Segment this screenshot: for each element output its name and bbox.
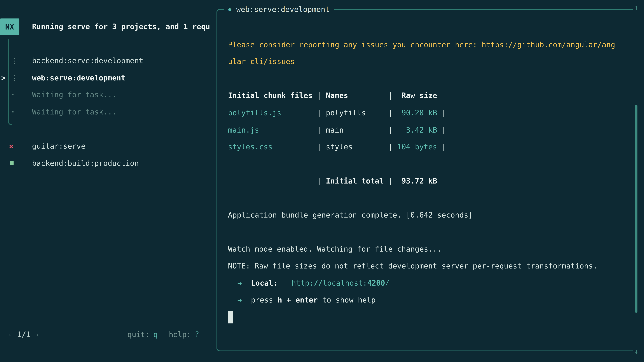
chunk-file: styles.css	[228, 142, 317, 152]
header-size: Raw size	[392, 90, 437, 101]
pagination: ←1/1→	[9, 329, 39, 340]
url-port: 4200	[367, 279, 385, 287]
table-separator: |	[388, 176, 393, 185]
help-hint-label: help:	[169, 330, 191, 339]
chunk-table-row: main.js|main|3.42 kB |	[228, 125, 446, 135]
chunk-size: 3.42 kB	[392, 125, 437, 135]
total-size: 93.72 kB	[392, 176, 437, 186]
keyboard-hints: quit:qhelp:?	[127, 329, 199, 340]
task-item-guitar-serve[interactable]: guitar:serve	[32, 141, 85, 151]
issue-notice-line-1: Please consider reporting any issues you…	[228, 39, 615, 50]
local-label: Local:	[251, 279, 278, 287]
scroll-down-arrow-icon[interactable]: ↓	[634, 346, 639, 357]
chunk-file: main.js	[228, 125, 317, 135]
chunk-table-row: styles.css|styles|104 bytes |	[228, 142, 446, 152]
chunk-size: 104 bytes	[392, 142, 437, 152]
table-separator: |	[317, 108, 322, 117]
bundle-complete-line: Application bundle generation complete. …	[228, 210, 473, 220]
table-separator: |	[317, 176, 322, 185]
panel-title-text: web:serve:development	[236, 5, 330, 13]
task-item-waiting-1[interactable]: Waiting for task...	[32, 89, 116, 100]
table-separator: |	[317, 91, 322, 100]
note-line: NOTE: Raw file sizes do not reflect deve…	[228, 261, 598, 271]
panel-title: ●web:serve:development	[224, 4, 334, 15]
page-indicator: 1/1	[17, 330, 30, 339]
chunk-name: main	[322, 125, 388, 135]
table-separator: |	[317, 125, 322, 134]
table-separator: |	[388, 91, 393, 100]
task-item-backend-build[interactable]: backend:build:production	[32, 158, 139, 169]
table-separator: |	[388, 108, 393, 117]
success-icon	[10, 161, 14, 165]
task-item-backend-serve[interactable]: backend:serve:development	[32, 55, 144, 66]
chunk-table-row: polyfills.js|polyfills|90.20 kB |	[228, 108, 446, 118]
local-url-link[interactable]: http://localhost:4200/	[292, 279, 390, 287]
chunk-size: 90.20 kB	[392, 108, 437, 118]
quit-key: q	[153, 330, 158, 339]
spinner-icon: ⋮	[11, 55, 18, 66]
press-text: press	[251, 296, 273, 304]
page-next-button[interactable]: →	[34, 330, 39, 339]
selection-caret-icon: >	[1, 72, 6, 83]
arrow-icon: →	[238, 279, 242, 287]
chunk-name: styles	[322, 142, 388, 152]
help-hint-line: →pressh + enterto show help	[238, 295, 376, 305]
help-keys: h + enter	[278, 296, 318, 304]
nx-logo: NX	[0, 18, 19, 35]
waiting-dot-icon: ·	[11, 89, 15, 100]
table-separator: |	[388, 125, 393, 134]
terminal-cursor	[228, 311, 233, 323]
help-key: ?	[195, 330, 199, 339]
total-label: Initial total	[322, 176, 388, 186]
header-names: Names	[322, 90, 388, 101]
table-separator: |	[437, 125, 446, 134]
task-output-panel: ●web:serve:development Please consider r…	[216, 9, 633, 351]
watch-mode-line: Watch mode enabled. Watching for file ch…	[228, 244, 442, 255]
scroll-up-arrow-icon[interactable]: ↑	[634, 2, 639, 13]
running-status-icon: ●	[228, 6, 232, 12]
chunk-file: polyfills.js	[228, 108, 317, 118]
waiting-dot-icon: ·	[11, 107, 15, 117]
table-separator: |	[317, 142, 322, 151]
help-suffix: to show help	[322, 296, 376, 304]
header-files: Initial chunk files	[228, 90, 317, 101]
task-item-web-serve[interactable]: web:serve:development	[32, 72, 126, 83]
error-icon: ×	[9, 141, 13, 151]
url-slash: /	[385, 279, 390, 287]
scrollbar-thumb[interactable]	[635, 105, 638, 313]
url-host: http://localhost:	[292, 279, 367, 287]
chunk-table-total-row: |Initial total|93.72 kB	[228, 176, 437, 186]
table-separator: |	[388, 142, 393, 151]
quit-hint-label: quit:	[127, 330, 150, 339]
issue-notice-line-2: ular-cli/issues	[228, 56, 295, 67]
chunk-name: polyfills	[322, 108, 388, 118]
sidebar-header: Running serve for 3 projects, and 1 requ	[32, 21, 210, 32]
spinner-icon: ⋮	[11, 72, 18, 83]
task-item-waiting-2[interactable]: Waiting for task...	[32, 107, 116, 117]
chunk-table-header: Initial chunk files|Names|Raw size	[228, 90, 437, 101]
table-separator: |	[437, 108, 446, 117]
local-url-line: →Local:http://localhost:4200/	[238, 278, 390, 289]
arrow-icon: →	[238, 296, 242, 304]
table-separator: |	[437, 142, 446, 151]
page-prev-button[interactable]: ←	[9, 330, 14, 339]
nx-tui-terminal: NX Running serve for 3 projects, and 1 r…	[0, 0, 644, 362]
